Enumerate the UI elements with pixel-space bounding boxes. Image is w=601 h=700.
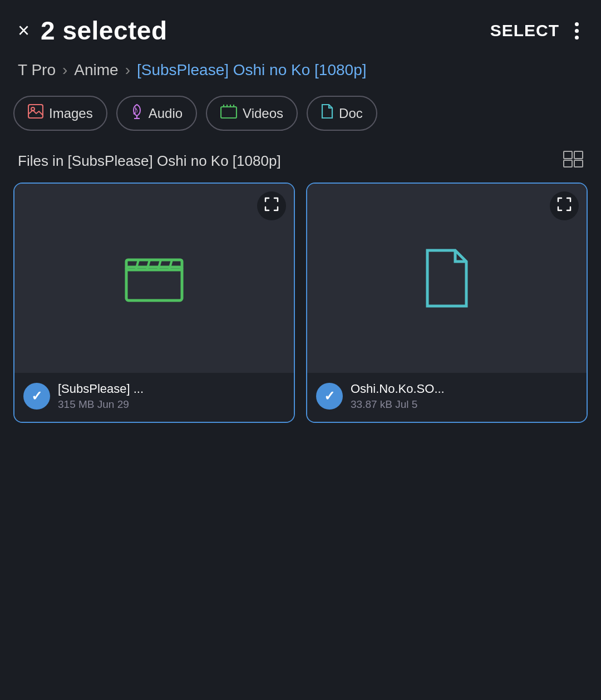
tab-docs-label: Doc [339,106,363,121]
docs-icon [321,103,333,123]
tab-images-label: Images [49,106,93,121]
tab-docs[interactable]: Doc [307,96,377,131]
dot-1 [575,22,579,26]
file-preview-2 [307,184,587,373]
more-options-button[interactable] [570,20,583,42]
images-icon [28,104,43,122]
svg-text:♪: ♪ [132,103,139,117]
expand-button-1[interactable] [257,191,286,220]
breadcrumb-sep-2: › [125,61,130,79]
file-meta-2: 33.87 kB Jul 5 [351,398,578,411]
dot-3 [575,36,579,40]
dot-2 [575,29,579,33]
video-file-icon [121,253,188,303]
svg-rect-11 [574,151,583,159]
audio-icon: ♪ [131,103,143,123]
file-info-2: ✓ Oshi.No.Ko.SO... 33.87 kB Jul 5 [307,373,587,422]
check-circle-1: ✓ [23,383,50,410]
file-details-1: [SubsPlease] ... 315 MB Jun 29 [58,382,285,411]
svg-rect-10 [564,151,572,159]
file-info-1: ✓ [SubsPlease] ... 315 MB Jun 29 [14,373,294,422]
breadcrumb: T Pro › Anime › [SubsPlease] Oshi no Ko … [0,57,601,90]
tab-audio-label: Audio [149,106,183,121]
close-button[interactable]: × [18,21,29,41]
filter-tabs: Images ♪ Audio Videos [0,90,601,142]
file-details-2: Oshi.No.Ko.SO... 33.87 kB Jul 5 [351,382,578,411]
section-header: Files in [SubsPlease] Oshi no Ko [1080p] [0,142,601,183]
select-button[interactable]: SELECT [490,21,559,40]
doc-file-icon [422,248,472,309]
file-grid: ✓ [SubsPlease] ... 315 MB Jun 29 [0,183,601,441]
tab-audio[interactable]: ♪ Audio [116,96,197,131]
svg-rect-13 [574,160,583,167]
svg-rect-5 [221,107,237,118]
file-card-1[interactable]: ✓ [SubsPlease] ... 315 MB Jun 29 [13,183,295,423]
file-name-2: Oshi.No.Ko.SO... [351,382,578,396]
file-preview-1 [14,184,294,373]
breadcrumb-sep-1: › [62,61,67,79]
file-name-1: [SubsPlease] ... [58,382,285,396]
tab-images[interactable]: Images [13,96,107,131]
svg-rect-14 [126,267,182,300]
tab-videos-label: Videos [243,106,283,121]
expand-icon-1 [264,197,279,215]
list-view-button[interactable] [563,151,583,171]
top-bar: × 2 selected SELECT [0,0,601,57]
expand-button-2[interactable] [550,191,579,220]
expand-icon-2 [557,197,572,215]
file-meta-1: 315 MB Jun 29 [58,398,285,411]
breadcrumb-item-anime[interactable]: Anime [74,61,118,79]
tab-videos[interactable]: Videos [206,96,298,131]
check-mark-1: ✓ [31,388,42,404]
svg-rect-0 [28,105,43,118]
file-card-2[interactable]: ✓ Oshi.No.Ko.SO... 33.87 kB Jul 5 [306,183,588,423]
check-mark-2: ✓ [324,388,335,404]
breadcrumb-item-t-pro[interactable]: T Pro [18,61,56,79]
check-circle-2: ✓ [316,383,343,410]
videos-icon [220,104,237,122]
selected-count-title: 2 selected [41,16,479,46]
svg-rect-12 [564,160,572,167]
breadcrumb-item-current[interactable]: [SubsPlease] Oshi no Ko [1080p] [137,61,367,79]
section-title: Files in [SubsPlease] Oshi no Ko [1080p] [18,152,281,170]
